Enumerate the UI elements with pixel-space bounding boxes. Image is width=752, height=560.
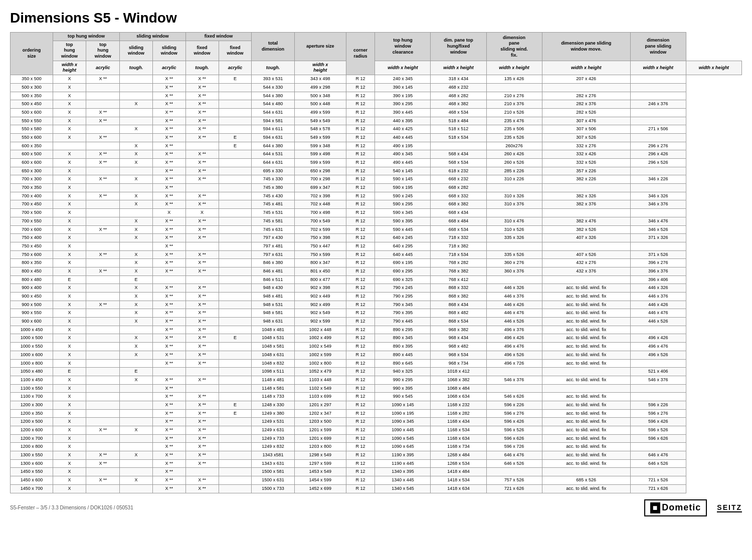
table-row: 500 x 350XX **X **544 x 380500 x 348R 12…: [11, 92, 742, 100]
table-cell: X **: [185, 293, 219, 301]
table-cell: X **: [185, 200, 219, 209]
table-cell: 690 x 325: [375, 275, 431, 284]
table-cell: 390 x 195: [375, 92, 431, 100]
table-cell: 307 x 476: [542, 117, 630, 125]
table-cell: X **: [86, 451, 120, 460]
table-cell: 902 x 499: [294, 301, 346, 309]
table-cell: X **: [152, 343, 185, 351]
table-cell: 1168 x 232: [431, 401, 486, 409]
table-cell: [185, 468, 219, 476]
table-cell: 846 x 481: [252, 267, 295, 275]
table-cell: X **: [152, 459, 185, 468]
table-cell: R 12: [346, 259, 375, 267]
table-cell: 745 x 330: [252, 175, 295, 184]
table-cell: 646 x 476: [486, 451, 542, 460]
table-cell: 890 x 295: [375, 326, 431, 334]
table-cell: 1201 x 297: [294, 401, 346, 409]
table-cell: 496 x 526: [486, 351, 542, 359]
table-cell: 768 x 282: [431, 259, 486, 267]
table-cell: 900 x 550: [11, 309, 53, 318]
table-cell: [486, 384, 542, 393]
table-cell: 590 x 395: [375, 217, 431, 225]
table-cell: [86, 125, 120, 134]
table-cell: R 12: [346, 468, 375, 476]
table-cell: X **: [185, 267, 219, 275]
table-cell: X: [120, 318, 153, 326]
col-label-tough3: tough.: [252, 61, 295, 75]
table-cell: R 12: [346, 225, 375, 234]
table-cell: [86, 376, 120, 384]
table-cell: X: [120, 200, 153, 209]
table-cell: R 12: [346, 318, 375, 326]
table-cell: X: [53, 284, 86, 293]
table-cell: [219, 293, 252, 301]
table-cell: 371 x 526: [630, 250, 686, 259]
table-cell: 1248 x 330: [252, 401, 295, 409]
table-cell: [120, 418, 153, 426]
table-cell: [219, 92, 252, 100]
table-cell: 335 x 526: [486, 250, 542, 259]
table-cell: 1454 x 599: [294, 476, 346, 485]
table-cell: X: [53, 468, 86, 476]
table-cell: X **: [152, 326, 185, 334]
col-header-top-hung-clearance: top hungwindowclearance: [375, 33, 431, 61]
table-cell: X **: [152, 259, 185, 267]
table-cell: 382 x 326: [542, 192, 630, 200]
table-cell: [630, 117, 686, 125]
table-cell: [120, 359, 153, 368]
table-cell: [86, 100, 120, 109]
table-cell: 446 x 326: [486, 284, 542, 293]
col-label-thw-clearance-wh: width x height: [431, 61, 486, 75]
table-cell: 446 x 326: [630, 284, 686, 293]
table-cell: acc. to slid. wind. fix: [542, 301, 630, 309]
table-cell: 1048 x 832: [252, 359, 295, 368]
col-header-dim-pane-sliding-move: dimension pane slidingwindow move.: [542, 33, 630, 61]
table-cell: 968 x 734: [431, 359, 486, 368]
table-cell: 548 x 578: [294, 125, 346, 134]
table-cell: 890 x 345: [375, 334, 431, 343]
table-cell: 357 x 226: [542, 167, 630, 175]
table-cell: [219, 167, 252, 175]
table-cell: X **: [152, 108, 185, 117]
table-cell: R 12: [346, 108, 375, 117]
table-cell: X **: [185, 309, 219, 318]
table-cell: [219, 150, 252, 159]
table-cell: 1100 x 450: [11, 376, 53, 384]
table-cell: 235 x 526: [486, 133, 542, 142]
table-cell: 596 x 426: [486, 418, 542, 426]
table-cell: 246 x 376: [630, 100, 686, 109]
table-cell: [53, 142, 86, 150]
table-cell: 900 x 600: [11, 318, 53, 326]
table-cell: [120, 401, 153, 409]
table-cell: [219, 217, 252, 225]
table-cell: [120, 468, 153, 476]
col-label-tough2: tough.: [185, 61, 219, 75]
table-cell: R 12: [346, 351, 375, 359]
table-row: 750 x 450XX **797 x 481750 x 447R 12640 …: [11, 242, 742, 250]
table-cell: [86, 359, 120, 368]
table-cell: R 12: [346, 476, 375, 485]
dometic-logo: ■Dometic: [644, 499, 707, 516]
table-cell: 544 x 380: [252, 92, 295, 100]
table-cell: [219, 275, 252, 284]
table-cell: 700 x 450: [11, 200, 53, 209]
table-cell: [86, 318, 120, 326]
table-row: 1100 x 700XX **X **1148 x 7331103 x 699R…: [11, 393, 742, 401]
table-cell: [219, 459, 252, 468]
table-cell: X **: [185, 351, 219, 359]
table-cell: R 12: [346, 334, 375, 343]
table-cell: X: [120, 284, 153, 293]
table-cell: [120, 83, 153, 92]
table-cell: 646 x 526: [486, 459, 542, 468]
table-cell: [86, 284, 120, 293]
table-cell: [86, 142, 120, 150]
table-cell: E: [53, 368, 86, 376]
table-cell: X **: [185, 284, 219, 293]
table-cell: 721 x 526: [630, 476, 686, 485]
table-cell: 902 x 549: [294, 309, 346, 318]
table-cell: 446 x 526: [486, 318, 542, 326]
table-cell: X **: [86, 117, 120, 125]
table-cell: [152, 368, 185, 376]
table-cell: X **: [152, 184, 185, 192]
table-cell: 440 x 425: [375, 125, 431, 134]
